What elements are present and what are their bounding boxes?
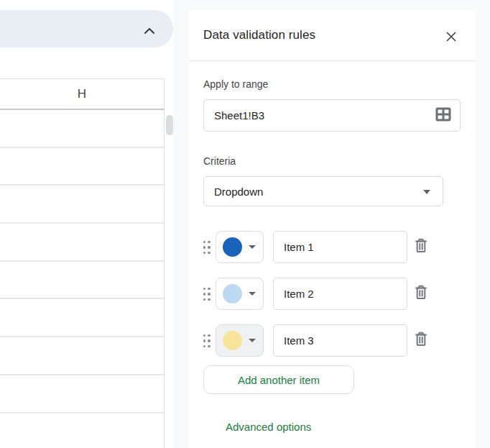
panel-title: Data validation rules: [203, 28, 315, 42]
background-top: [189, 0, 490, 9]
advanced-options-link[interactable]: Advanced options: [226, 421, 311, 433]
trash-icon: [414, 284, 428, 304]
background-gap: [173, 0, 189, 448]
drag-handle-icon[interactable]: [202, 286, 211, 302]
criteria-selected-value: Dropdown: [204, 186, 263, 198]
sheet-row[interactable]: [0, 186, 164, 224]
item-color-picker-button[interactable]: [216, 324, 264, 357]
caret-down-icon: [249, 292, 256, 296]
caret-down-icon: [423, 190, 430, 194]
app-window: H Data validation rules Apply to range: [0, 0, 490, 448]
dropdown-item-row: [189, 278, 476, 310]
caret-down-icon: [249, 339, 256, 342]
delete-item-button[interactable]: [411, 237, 431, 258]
sheet-vertical-scrollbar[interactable]: [166, 115, 173, 135]
collapse-formula-bar-button[interactable]: [139, 21, 160, 41]
sheet-row[interactable]: [0, 375, 164, 413]
sheet-row[interactable]: [0, 413, 164, 448]
item-color-picker-button[interactable]: [216, 278, 264, 310]
sheet-row[interactable]: [0, 337, 164, 375]
item-text-input[interactable]: [274, 232, 399, 262]
sheet-row[interactable]: [0, 299, 164, 337]
panel-right-gutter: [476, 0, 490, 448]
grid-select-range-icon: [435, 107, 451, 124]
item-color-swatch: [223, 237, 242, 257]
delete-item-button[interactable]: [411, 283, 431, 305]
add-another-item-button[interactable]: Add another item: [203, 365, 354, 394]
criteria-label: Criteria: [203, 155, 236, 167]
range-input[interactable]: [204, 100, 430, 131]
sheet-row[interactable]: [0, 148, 164, 186]
column-gridline: [164, 78, 165, 448]
trash-icon: [414, 331, 428, 351]
close-icon: [445, 31, 457, 45]
criteria-select[interactable]: Dropdown: [203, 176, 443, 206]
trash-icon: [414, 237, 428, 257]
select-data-range-button[interactable]: [435, 107, 452, 124]
item-color-swatch: [223, 284, 242, 303]
sheet-row[interactable]: [0, 110, 164, 148]
close-panel-button[interactable]: [441, 28, 461, 48]
delete-item-button[interactable]: [411, 330, 431, 352]
dropdown-item-row: [189, 324, 476, 357]
sheet-row[interactable]: [0, 224, 164, 262]
item-color-picker-button[interactable]: [216, 231, 264, 263]
panel-divider: [189, 60, 476, 61]
item-text-input[interactable]: [274, 325, 399, 356]
drag-handle-icon[interactable]: [202, 239, 211, 255]
caret-down-icon: [249, 245, 256, 249]
item-input-box: [273, 231, 407, 263]
sheet-rows: [0, 110, 164, 448]
sheet-row[interactable]: [0, 262, 164, 300]
item-input-box: [273, 324, 407, 357]
drag-handle-icon[interactable]: [202, 333, 211, 349]
dropdown-item-row: [189, 231, 476, 263]
item-input-box: [273, 278, 407, 310]
apply-to-range-label: Apply to range: [203, 78, 268, 90]
column-header-H[interactable]: H: [0, 78, 164, 110]
range-input-box: [203, 99, 461, 132]
data-validation-panel: Data validation rules Apply to range: [189, 9, 476, 448]
item-color-swatch: [223, 331, 242, 350]
item-text-input[interactable]: [274, 278, 399, 309]
chevron-up-icon: [144, 24, 155, 37]
